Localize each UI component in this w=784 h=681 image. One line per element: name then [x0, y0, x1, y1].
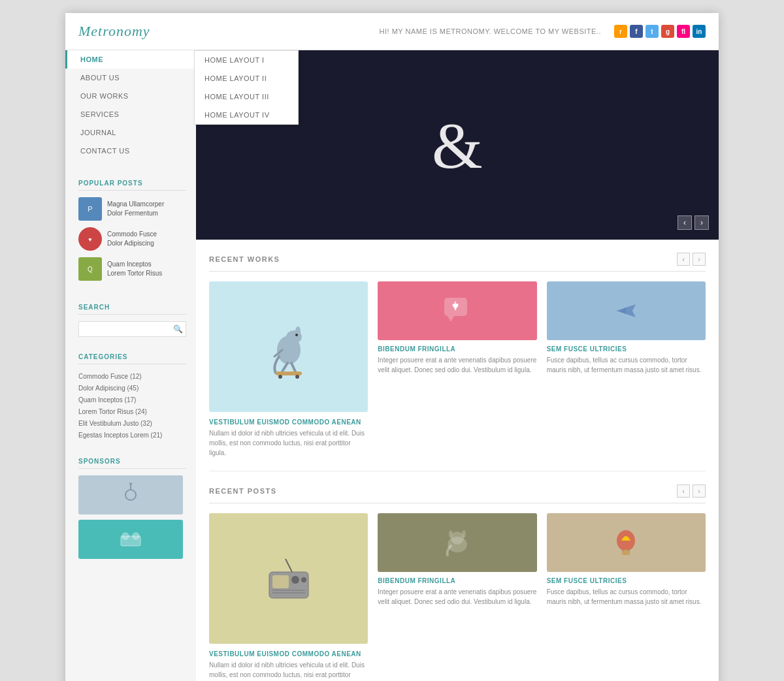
popular-post-thumb-3: Q — [78, 257, 102, 281]
svg-point-8 — [129, 483, 132, 485]
recent-works-title: RECENT WORKS — [209, 255, 280, 263]
svg-rect-19 — [276, 372, 302, 375]
post-item-large: VESTIBULUM EUISMOD COMMODO AENEAN Nullam… — [209, 513, 368, 681]
category-2[interactable]: Dolor Adipiscing (45) — [78, 383, 186, 394]
work-thumb-2[interactable]: ♥ ! — [378, 281, 536, 340]
svg-text:P: P — [88, 205, 92, 213]
work-desc-2: Integer posuere erat a ante venenatis da… — [378, 355, 536, 375]
sponsors-title: SPONSORS — [78, 458, 186, 469]
work-title-2: BIBENDUM FRINGILLA — [378, 345, 536, 353]
post-item-3: SEM FUSCE ULTRICIES Fusce dapibus, tellu… — [547, 513, 706, 681]
category-5[interactable]: Elit Vestibulum Justo (32) — [78, 418, 186, 430]
sidebar-item-journal[interactable]: JOURNAL — [65, 123, 196, 142]
svg-point-15 — [295, 334, 298, 336]
post-item-2: BIBENDUM FRINGILLA Integer posuere erat … — [378, 513, 536, 681]
search-input[interactable] — [78, 321, 186, 337]
googleplus-icon[interactable]: g — [661, 25, 674, 38]
category-3[interactable]: Quam Inceptos (17) — [78, 394, 186, 406]
svg-point-11 — [133, 533, 139, 539]
recent-works-header: RECENT WORKS ‹ › — [209, 253, 706, 272]
recent-posts-section: RECENT POSTS ‹ › — [196, 471, 719, 681]
popular-posts-section: POPULAR POSTS P Magna UllamcorperDolor F… — [65, 173, 196, 291]
post-thumb-1[interactable] — [209, 513, 368, 644]
popular-post-thumb-2: ♥ — [78, 227, 102, 251]
categories-title: CATEGORIES — [78, 353, 186, 364]
slider-prev-button[interactable]: ‹ — [678, 215, 692, 230]
welcome-text: Hi! My name is Metronomy. Welcome to my … — [380, 27, 601, 35]
works-prev-button[interactable]: ‹ — [677, 253, 690, 266]
main-layout: HOME HOME LAYOUT I HOME LAYOUT II HOME L… — [65, 50, 719, 681]
svg-point-20 — [278, 375, 282, 379]
search-button[interactable]: 🔍 — [173, 325, 183, 334]
flickr-icon[interactable]: fl — [677, 25, 690, 38]
works-grid: VESTIBULUM EUISMOD COMMODO AENEAN Nullam… — [209, 281, 706, 458]
popular-post-1[interactable]: P Magna UllamcorperDolor Fermentum — [78, 197, 186, 221]
svg-line-18 — [291, 363, 295, 372]
twitter-icon[interactable]: t — [645, 25, 659, 38]
nav-menu: HOME HOME LAYOUT I HOME LAYOUT II HOME L… — [65, 50, 196, 160]
svg-point-35 — [449, 530, 453, 538]
sidebar-item-services[interactable]: SERVICES — [65, 105, 196, 123]
svg-rect-28 — [272, 575, 289, 588]
header: Metronomy Hi! My name is Metronomy. Welc… — [65, 13, 719, 50]
popular-posts-title: POPULAR POSTS — [78, 180, 186, 191]
svg-point-10 — [122, 533, 129, 539]
posts-section-nav: ‹ › — [677, 484, 706, 498]
svg-point-34 — [451, 531, 464, 545]
social-icons: r f t g fl in — [614, 25, 706, 38]
sidebar-item-home[interactable]: HOME — [65, 50, 196, 69]
svg-text:Q: Q — [88, 266, 93, 273]
recent-posts-title: RECENT POSTS — [209, 487, 277, 495]
popular-post-text-3: Quam InceptosLorem Tortor Risus — [107, 260, 162, 278]
post-title-3: SEM FUSCE ULTRICIES — [547, 577, 706, 584]
category-1[interactable]: Commodo Fusce (12) — [78, 371, 186, 383]
page-wrapper: Metronomy Hi! My name is Metronomy. Welc… — [65, 13, 719, 681]
popular-post-3[interactable]: Q Quam InceptosLorem Tortor Risus — [78, 257, 186, 281]
sidebar: HOME HOME LAYOUT I HOME LAYOUT II HOME L… — [65, 50, 196, 681]
svg-point-29 — [291, 576, 299, 584]
search-section: SEARCH 🔍 — [65, 297, 196, 340]
facebook-icon[interactable]: f — [630, 25, 643, 38]
post-thumb-3[interactable] — [547, 513, 706, 572]
sponsor-2[interactable] — [78, 520, 183, 559]
category-6[interactable]: Egestas Inceptos Lorem (21) — [78, 430, 186, 441]
work-thumb-3[interactable] — [547, 281, 706, 340]
dropdown-item-layout4[interactable]: HOME LAYOUT IV — [195, 106, 298, 124]
sponsors-section: SPONSORS — [65, 451, 196, 567]
recent-posts-header: RECENT POSTS ‹ › — [209, 484, 706, 503]
sidebar-item-works[interactable]: OUR WORKS — [65, 87, 196, 105]
svg-marker-23 — [448, 316, 454, 322]
sidebar-item-contact[interactable]: CONTACT US — [65, 142, 196, 160]
popular-post-2[interactable]: ♥ Commodo FusceDolor Adipiscing — [78, 227, 186, 251]
recent-works-section: RECENT WORKS ‹ › — [196, 240, 719, 471]
work-item-large: VESTIBULUM EUISMOD COMMODO AENEAN Nullam… — [209, 281, 368, 458]
hero-symbol: & — [432, 108, 483, 183]
slider-next-button[interactable]: › — [694, 215, 709, 230]
svg-text:!: ! — [453, 300, 457, 313]
popular-post-text-2: Commodo FusceDolor Adipiscing — [107, 230, 157, 248]
posts-prev-button[interactable]: ‹ — [677, 484, 690, 498]
work-title-3: SEM FUSCE ULTRICIES — [547, 345, 706, 353]
svg-point-30 — [301, 577, 306, 582]
sponsor-1[interactable] — [78, 475, 183, 515]
dropdown-item-layout1[interactable]: HOME LAYOUT I — [195, 51, 298, 69]
post-thumb-2[interactable] — [378, 513, 536, 572]
work-thumb-1[interactable] — [209, 281, 368, 412]
work-desc-1: Nullam id dolor id nibh ultricies vehicu… — [209, 428, 368, 458]
dropdown-item-layout3[interactable]: HOME LAYOUT III — [195, 87, 298, 106]
posts-next-button[interactable]: › — [693, 484, 706, 498]
post-title-1: VESTIBULUM EUISMOD COMMODO AENEAN — [209, 650, 368, 657]
dropdown-item-layout2[interactable]: HOME LAYOUT II — [195, 69, 298, 87]
rss-icon[interactable]: r — [614, 25, 627, 38]
post-desc-2: Integer posuere erat a ante venenatis da… — [378, 587, 536, 607]
sidebar-item-about[interactable]: ABOUT US — [65, 69, 196, 87]
category-4[interactable]: Lorem Tortor Risus (24) — [78, 406, 186, 418]
linkedin-icon[interactable]: in — [693, 25, 706, 38]
works-next-button[interactable]: › — [693, 253, 706, 266]
posts-grid: VESTIBULUM EUISMOD COMMODO AENEAN Nullam… — [209, 513, 706, 681]
work-desc-3: Fusce dapibus, tellus ac cursus commodo,… — [547, 355, 706, 375]
post-title-2: BIBENDUM FRINGILLA — [378, 577, 536, 584]
post-desc-1: Nullam id dolor id nibh ultricies vehicu… — [209, 660, 368, 681]
search-input-wrapper: 🔍 — [78, 321, 186, 337]
svg-line-26 — [286, 559, 292, 572]
